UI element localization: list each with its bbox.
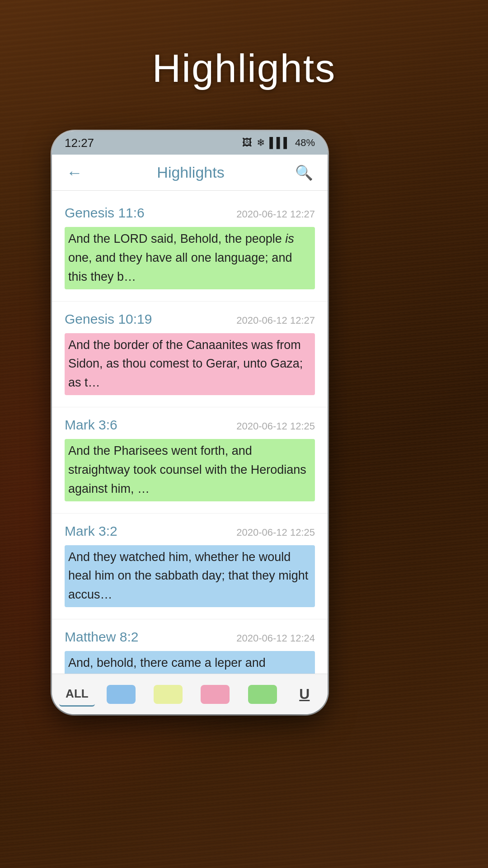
- highlight-card-mark-3-6[interactable]: Mark 3:6 2020-06-12 12:25 And the Pharis…: [52, 407, 328, 514]
- image-status-icon: 🖼: [242, 137, 252, 149]
- app-bar-title: Highlights: [90, 164, 291, 181]
- verse-text: And the border of the Canaanites was fro…: [65, 333, 315, 396]
- search-button[interactable]: 🔍: [291, 160, 317, 185]
- green-color-swatch: [248, 685, 277, 704]
- verse-reference: Mark 3:6: [65, 417, 117, 433]
- verse-text: And they watched him, whether he would h…: [65, 545, 315, 608]
- card-header: Mark 3:2 2020-06-12 12:25: [65, 524, 315, 539]
- filter-tab-blue[interactable]: [100, 680, 142, 708]
- card-date: 2020-06-12 12:27: [236, 208, 315, 220]
- app-bar: ← Highlights 🔍: [52, 155, 328, 191]
- filter-tab-yellow[interactable]: [147, 680, 189, 708]
- back-button[interactable]: ←: [63, 160, 86, 186]
- card-date: 2020-06-12 12:25: [236, 420, 315, 432]
- page-header-title: Highlights: [0, 45, 488, 91]
- verse-text: And, behold, there came a leper and wors…: [65, 651, 315, 674]
- filter-tab-all[interactable]: ALL: [59, 682, 95, 707]
- highlight-card-genesis-10-19[interactable]: Genesis 10:19 2020-06-12 12:27 And the b…: [52, 302, 328, 408]
- filter-tab-green[interactable]: [242, 680, 283, 708]
- verse-reference: Genesis 10:19: [65, 311, 152, 327]
- status-bar: 12:27 🖼 ❄ ▌▌▌ 48%: [52, 131, 328, 155]
- card-date: 2020-06-12 12:27: [236, 315, 315, 326]
- bottom-filter-bar: ALL U: [52, 674, 328, 714]
- card-header: Mark 3:6 2020-06-12 12:25: [65, 417, 315, 433]
- card-header: Genesis 11:6 2020-06-12 12:27: [65, 205, 315, 221]
- pink-color-swatch: [201, 685, 230, 704]
- battery-status: 48%: [295, 137, 315, 149]
- card-date: 2020-06-12 12:25: [236, 527, 315, 538]
- highlight-card-genesis-11-6[interactable]: Genesis 11:6 2020-06-12 12:27 And the LO…: [52, 195, 328, 302]
- status-icons: 🖼 ❄ ▌▌▌ 48%: [242, 137, 315, 149]
- verse-text: And the Pharisees went forth, and straig…: [65, 439, 315, 501]
- verse-text: And the LORD said, Behold, the people is…: [65, 227, 315, 289]
- highlight-card-mark-3-2[interactable]: Mark 3:2 2020-06-12 12:25 And they watch…: [52, 514, 328, 620]
- filter-tab-pink[interactable]: [194, 680, 236, 708]
- phone-frame: 12:27 🖼 ❄ ▌▌▌ 48% ← Highlights 🔍 Genesis…: [52, 131, 328, 714]
- yellow-color-swatch: [154, 685, 183, 704]
- blue-color-swatch: [107, 685, 136, 704]
- verse-reference: Matthew 8:2: [65, 629, 138, 645]
- verse-reference: Genesis 11:6: [65, 205, 145, 221]
- status-time: 12:27: [65, 136, 94, 150]
- filter-tab-underline[interactable]: U: [289, 681, 320, 707]
- verse-reference: Mark 3:2: [65, 524, 117, 539]
- card-date: 2020-06-12 12:24: [236, 632, 315, 644]
- underline-filter-label: U: [299, 686, 310, 703]
- highlights-list: Genesis 11:6 2020-06-12 12:27 And the LO…: [52, 191, 328, 674]
- highlight-card-matthew-8-2[interactable]: Matthew 8:2 2020-06-12 12:24 And, behold…: [52, 619, 328, 674]
- bluetooth-status-icon: ❄: [257, 137, 265, 149]
- filter-all-label: ALL: [66, 687, 89, 701]
- card-header: Matthew 8:2 2020-06-12 12:24: [65, 629, 315, 645]
- card-header: Genesis 10:19 2020-06-12 12:27: [65, 311, 315, 327]
- signal-icon: ▌▌▌: [269, 137, 291, 149]
